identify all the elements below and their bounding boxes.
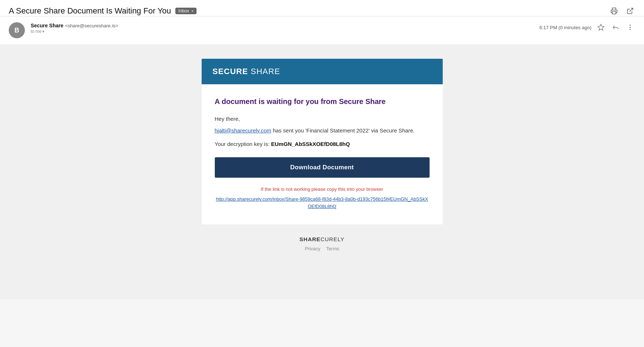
greeting-text: Hey there, [215, 115, 430, 123]
sender-to[interactable]: to me ▾ [31, 29, 534, 34]
email-card-header: SECURE SHARE [202, 59, 443, 84]
email-card: SECURE SHARE A document is waiting for y… [202, 59, 443, 224]
more-actions-button[interactable] [625, 22, 635, 32]
download-document-button[interactable]: Download Document [215, 157, 430, 178]
sender-email-address: <share@secureshare.is> [65, 23, 118, 28]
sender-to-label: to me [31, 29, 42, 34]
sender-row: B Secure Share <share@secureshare.is> to… [0, 16, 644, 44]
footer-brand: SHARECURELY [29, 236, 615, 242]
fallback-link[interactable]: http://app.sharecurely.com/inbox/Share-9… [215, 196, 430, 210]
email-card-body: A document is waiting for you from Secur… [202, 84, 443, 224]
svg-line-1 [629, 8, 633, 12]
sender-name: Secure Share [31, 23, 64, 28]
reply-button[interactable] [610, 22, 621, 32]
decryption-key: EUmGN_AbSSkXOEfD08L8hQ [271, 141, 350, 147]
footer-links: Privacy Terms [29, 246, 615, 251]
terms-link[interactable]: Terms [326, 246, 339, 251]
decryption-row: Your decryption key is: EUmGN_AbSSkXOEfD… [215, 141, 430, 147]
svg-rect-0 [612, 12, 616, 14]
email-top-actions [609, 6, 635, 16]
sender-meta: 6:17 PM (0 minutes ago) [540, 22, 635, 32]
brand-bold: SECURE [213, 67, 248, 76]
brand-light: SHARE [248, 67, 280, 76]
chevron-down-icon: ▾ [42, 29, 45, 34]
decryption-label: Your decryption key is: [215, 141, 271, 147]
email-footer: SHARECURELY Privacy Terms [29, 224, 615, 259]
svg-point-5 [630, 29, 630, 30]
body-continuation: has sent you 'Financial Statement 2022' … [271, 127, 415, 134]
svg-point-4 [630, 27, 630, 28]
email-body-wrapper: SECURE SHARE A document is waiting for y… [0, 44, 644, 300]
svg-point-3 [630, 25, 630, 26]
print-button[interactable] [609, 6, 619, 16]
email-header: A Secure Share Document Is Waiting For Y… [0, 0, 644, 16]
star-button[interactable] [596, 22, 606, 32]
fallback-text: If the link is not working please copy t… [215, 186, 430, 192]
privacy-link[interactable]: Privacy [305, 246, 320, 251]
avatar: B [9, 22, 25, 38]
sender-email-link[interactable]: hjalti@sharecurely.com [215, 127, 271, 134]
inbox-badge: Inbox × [175, 8, 197, 14]
inbox-badge-close[interactable]: × [191, 9, 194, 13]
brand-title: SECURE SHARE [213, 67, 281, 76]
footer-brand-bold: SHARE [300, 236, 321, 242]
sender-info: Secure Share <share@secureshare.is> to m… [31, 22, 534, 34]
email-subject: A Secure Share Document Is Waiting For Y… [9, 6, 171, 16]
doc-waiting-title: A document is waiting for you from Secur… [215, 97, 430, 106]
inbox-badge-label: Inbox [178, 8, 189, 14]
sender-body-text: hjalti@sharecurely.com has sent you 'Fin… [215, 126, 430, 135]
svg-marker-2 [598, 24, 604, 30]
footer-brand-light: CURELY [320, 236, 344, 242]
open-external-button[interactable] [625, 6, 635, 16]
email-timestamp: 6:17 PM (0 minutes ago) [540, 25, 591, 30]
